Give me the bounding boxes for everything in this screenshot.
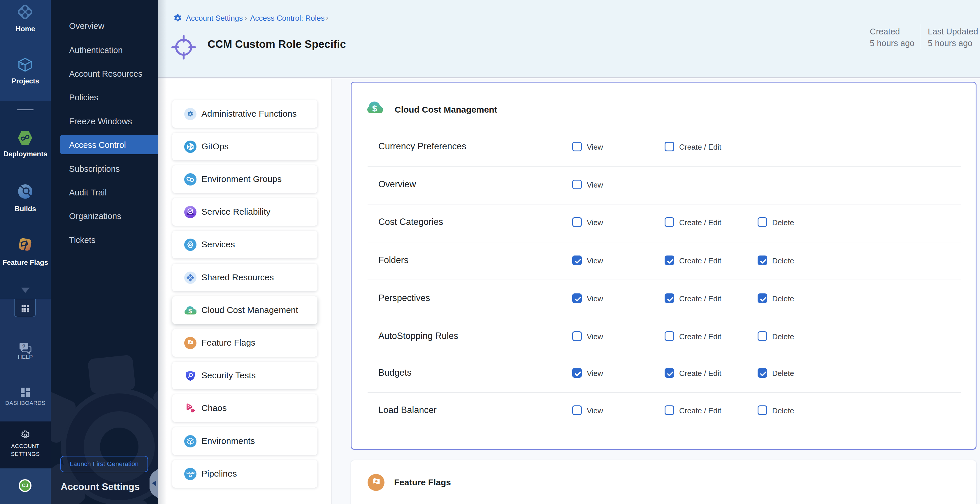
svg-text:?: ? xyxy=(22,344,25,349)
svg-text:$: $ xyxy=(188,307,192,314)
svg-text:$: $ xyxy=(372,104,377,113)
